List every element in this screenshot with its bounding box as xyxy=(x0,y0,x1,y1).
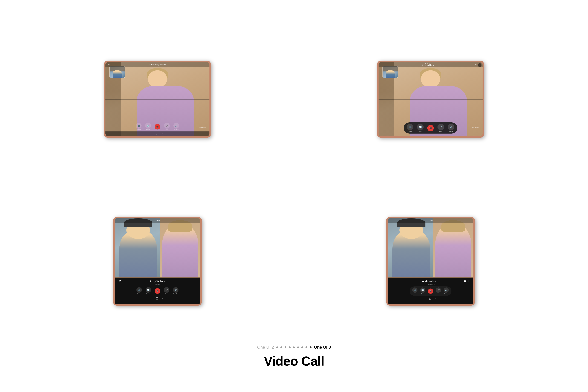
main-container: ☎ ▬ 00:20 Andy William ⋮ xyxy=(0,0,588,392)
speaker-btn-tr[interactable]: 🔊 Speaker xyxy=(448,124,454,132)
ar-effects-br[interactable]: AR effects ^ xyxy=(427,284,434,286)
one-ui-2-label: One UI 2 xyxy=(257,345,274,350)
mute-btn-tr[interactable]: 🎤 Mute xyxy=(438,124,444,132)
switch-btn-bl[interactable]: 🔄 Switch xyxy=(146,287,151,295)
phone-bottom-right: ▬ 00:20 Andy William ☎ ⋮ xyxy=(386,217,475,306)
phone-bottom-left: ▬ 00:20 ☎ Andy William ⋮ xyxy=(113,217,202,306)
mute-btn-bl[interactable]: 🎤 Mute xyxy=(164,287,169,295)
dot-1[interactable] xyxy=(276,346,278,348)
end-call-btn-bl[interactable]: 📵 xyxy=(155,288,160,294)
flip-top-bl: ▬ 00:20 xyxy=(114,218,200,277)
end-call-btn-tl[interactable]: 📵 xyxy=(154,124,160,130)
phone-top-left: ☎ ▬ 00:20 Andy William ⋮ xyxy=(104,61,211,138)
flip-top-br: ▬ 00:20 xyxy=(388,218,474,277)
caller-name-bl: Andy William xyxy=(150,280,165,283)
nav-bar-bl: < xyxy=(152,296,163,300)
one-ui-3-label: One UI 3 xyxy=(314,345,331,350)
caller-name-tr: Andy William xyxy=(422,64,434,66)
page-title: Video Call xyxy=(264,354,324,368)
switch-btn-br[interactable]: 🔄 Switch xyxy=(420,288,425,295)
hinge-br xyxy=(388,277,474,278)
camera-btn-tr[interactable]: 📹 Camera xyxy=(407,124,414,132)
controls-tl: 📹 Camera 🔄 Switch 📵 xyxy=(106,122,210,132)
status-bar-tr: ▬ 00:20 Andy William ☎ ⋮ xyxy=(378,62,482,67)
nav-back-bl: < xyxy=(162,298,163,300)
nav-recent-bl xyxy=(152,297,152,300)
pagination-row: One UI 2 One UI 3 xyxy=(257,345,331,350)
speaker-btn-bl[interactable]: 🔊 Speaker xyxy=(173,287,178,295)
nav-recent-tl xyxy=(152,133,152,135)
top-left-cell: ☎ ▬ 00:20 Andy William ⋮ xyxy=(26,24,289,175)
camera-btn-bl[interactable]: 📹 Camera xyxy=(136,287,142,295)
controls-bl: 📹 Camera 🔄 Switch 📵 🎤 xyxy=(136,286,178,296)
phones-grid: ☎ ▬ 00:20 Andy William ⋮ xyxy=(26,24,562,337)
status-bar-bl-top: ▬ 00:20 xyxy=(114,218,200,223)
controls-tr-wrapper: 📹 Camera 🔄 Switch 📵 🎤 xyxy=(378,122,482,134)
status-bar-br-top: ▬ 00:20 xyxy=(388,218,474,223)
pip-tl xyxy=(109,66,125,78)
top-right-cell: ▬ 00:20 Andy William ☎ ⋮ xyxy=(299,24,562,175)
dot-9-active[interactable] xyxy=(310,346,312,348)
dot-6[interactable] xyxy=(297,346,299,348)
status-bar-tl: ☎ ▬ 00:20 Andy William ⋮ xyxy=(106,62,210,67)
nav-back-br: < xyxy=(435,298,436,300)
camera-btn-tl[interactable]: 📹 Camera xyxy=(136,123,142,130)
nav-home-tl xyxy=(156,133,158,135)
phone-top-right: ▬ 00:20 Andy William ☎ ⋮ xyxy=(377,61,484,138)
end-call-btn-tr[interactable]: 📵 xyxy=(427,125,434,131)
caller-name-tl: Andy William xyxy=(155,64,166,66)
camera-btn-br[interactable]: 📹 Camera xyxy=(412,288,418,295)
switch-label-tl: Switch xyxy=(146,129,150,130)
dot-3[interactable] xyxy=(284,346,286,348)
switch-btn-tr[interactable]: 🔄 Switch xyxy=(417,124,424,132)
hinge-bl xyxy=(114,277,200,278)
mute-btn-tl[interactable]: 🎤 Mute xyxy=(164,123,170,130)
dot-4[interactable] xyxy=(289,346,290,348)
nav-home-bl xyxy=(156,298,158,300)
controls-tr: 📹 Camera 🔄 Switch 📵 🎤 xyxy=(404,122,457,134)
dot-8[interactable] xyxy=(306,346,307,348)
nav-back-tl: < xyxy=(162,133,163,135)
nav-bar-br: < xyxy=(425,297,436,301)
flip-bottom-bl: ☎ Andy William ⋮ AR effects ^ 📹 Camera xyxy=(114,278,200,304)
flip-controls-br: Andy William ☎ ⋮ AR effects ^ xyxy=(388,278,474,302)
flip-bottom-br: Andy William ☎ ⋮ AR effects ^ xyxy=(388,278,474,304)
mute-btn-br[interactable]: 🎤 Mute xyxy=(436,288,441,295)
pip-tr xyxy=(382,66,398,78)
switch-btn-tl[interactable]: 🔄 Switch xyxy=(145,123,151,130)
dot-2[interactable] xyxy=(280,346,282,348)
controls-br-pill: 📹 Camera 🔄 Switch 📵 🎤 xyxy=(410,286,452,296)
bottom-right-cell: ▬ 00:20 Andy William ☎ ⋮ xyxy=(299,186,562,337)
dot-5[interactable] xyxy=(293,346,295,348)
flip-controls-bl: ☎ Andy William ⋮ AR effects ^ 📹 Camera xyxy=(114,278,200,302)
speaker-btn-br[interactable]: 🔊 Speaker xyxy=(444,288,449,295)
nav-bar-tl: < xyxy=(106,132,210,136)
caller-name-br: Andy William xyxy=(422,280,437,283)
end-call-btn-br[interactable]: 📵 xyxy=(428,288,433,294)
bottom-section: One UI 2 One UI 3 Video Call xyxy=(257,345,331,368)
bottom-left-cell: ▬ 00:20 ☎ Andy William ⋮ xyxy=(26,186,289,337)
nav-recent-br xyxy=(425,298,425,300)
nav-home-br xyxy=(429,298,431,300)
dot-7[interactable] xyxy=(301,346,303,348)
speaker-btn-tl[interactable]: 🔊 Speaker xyxy=(174,123,179,130)
ar-effects-bl[interactable]: AR effects ^ xyxy=(154,284,161,286)
